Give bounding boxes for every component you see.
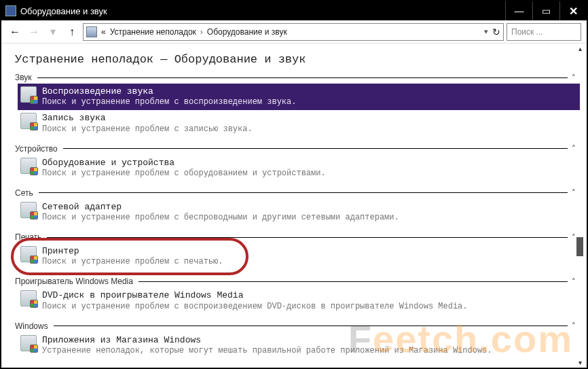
address-bar[interactable]: « Устранение неполадок › Оборудование и … [83,23,504,41]
troubleshooter-item[interactable]: Запись звукаПоиск и устранение проблем с… [18,110,580,137]
breadcrumb-2[interactable]: Оборудование и звук [207,27,287,37]
group-header[interactable]: Проигрыватель Windows Media˄ [15,277,580,286]
nav-bar: ← → ▾ ↑ « Устранение неполадок › Оборудо… [1,20,587,43]
item-description: Поиск и устранение проблем с воспроизвед… [42,97,296,107]
group: Сеть˄Сетевой адаптерПоиск и устранение п… [15,188,580,226]
search-placeholder: Поиск ... [511,27,543,37]
back-button[interactable]: ← [7,24,23,40]
item-title: Приложения из Магазина Windows [42,335,492,346]
group-divider [54,326,568,326]
item-text: ПринтерПоиск и устранение проблем с печа… [42,246,223,267]
group-divider [63,148,568,149]
item-description: Поиск и устранение проблем с воспроизвед… [42,302,468,312]
item-description: Поиск и устранение проблем с оборудовани… [42,169,326,179]
group-header[interactable]: Устройство˄ [15,144,580,154]
location-icon [86,27,97,37]
item-title: Оборудование и устройства [42,158,326,169]
item-description: Поиск и устранение проблем с печатью. [42,257,223,267]
breadcrumb-separator: › [200,27,203,37]
troubleshooter-item[interactable]: Воспроизведение звукаПоиск и устранение … [18,84,580,110]
item-title: Сетевой адаптер [42,202,399,213]
item-text: Сетевой адаптерПоиск и устранение пробле… [42,202,399,223]
group-divider [139,281,568,282]
group-divider [37,77,568,78]
item-icon [20,86,37,103]
group: Устройство˄Оборудование и устройстваПоис… [15,144,580,181]
group-label: Печать [15,232,41,242]
troubleshooter-item[interactable]: Сетевой адаптерПоиск и устранение пробле… [18,199,580,226]
item-text: Приложения из Магазина WindowsУстранение… [42,335,492,356]
group-header[interactable]: Windows˄ [15,321,580,331]
troubleshooter-item[interactable]: DVD-диск в проигрывателе Windows MediaПо… [18,287,580,314]
item-icon [20,246,37,262]
item-text: Оборудование и устройстваПоиск и устране… [42,158,326,179]
scroll-thumb[interactable] [576,237,583,256]
group: Windows˄Приложения из Магазина WindowsУс… [15,321,580,359]
item-title: DVD-диск в проигрывателе Windows Media [42,290,468,301]
refresh-button[interactable]: ↻ [492,27,500,37]
item-description: Поиск и устранение проблем с беспроводны… [42,213,399,223]
close-button[interactable]: ✕ [559,1,587,20]
item-title: Воспроизведение звука [42,86,296,97]
search-input[interactable]: Поиск ... [507,23,581,41]
minimize-button[interactable]: — [505,1,532,20]
page-title: Устранение неполадок — Оборудование и зв… [15,53,580,66]
group-label: Windows [15,321,48,331]
item-title: Запись звука [42,113,253,124]
item-icon [20,290,37,306]
item-icon [20,158,37,174]
group: Печать˄ПринтерПоиск и устранение проблем… [15,232,580,270]
maximize-button[interactable]: ▭ [532,1,559,20]
group-header[interactable]: Сеть˄ [15,188,580,198]
group-header[interactable]: Печать˄ [15,232,580,242]
recent-button[interactable]: ▾ [45,24,61,40]
up-button[interactable]: ↑ [64,24,80,40]
app-icon [5,5,16,16]
window-title: Оборудование и звук [20,6,505,16]
scroll-up-icon[interactable]: ▴ [578,45,582,52]
breadcrumb-1[interactable]: Устранение неполадок [110,27,196,37]
group-label: Устройство [15,144,58,154]
item-icon [20,113,37,129]
group-label: Сеть [15,188,33,198]
item-description: Поиск и устранение проблем с записью зву… [42,124,253,135]
dropdown-icon[interactable]: ▾ [484,27,488,36]
troubleshooter-item[interactable]: ПринтерПоиск и устранение проблем с печа… [18,243,580,270]
group-label: Звук [15,73,32,82]
forward-button[interactable]: → [26,24,42,40]
breadcrumb-prefix: « [101,27,106,37]
group-label: Проигрыватель Windows Media [15,277,133,286]
item-icon [20,335,37,351]
troubleshooter-item[interactable]: Оборудование и устройстваПоиск и устране… [18,155,580,181]
item-text: DVD-диск в проигрывателе Windows MediaПо… [42,290,468,311]
scrollbar[interactable]: ▴ ▾ [574,45,585,366]
group-divider [39,192,568,193]
group-header[interactable]: Звук˄ [15,73,580,82]
group: Проигрыватель Windows Media˄DVD-диск в п… [15,277,580,314]
group: Звук˄Воспроизведение звукаПоиск и устран… [15,73,580,137]
item-text: Запись звукаПоиск и устранение проблем с… [42,113,253,134]
item-text: Воспроизведение звукаПоиск и устранение … [42,86,296,107]
title-bar: Оборудование и звук — ▭ ✕ [1,1,587,20]
scroll-down-icon[interactable]: ▾ [578,359,582,366]
item-description: Устранение неполадок, которые могут меша… [42,346,492,356]
group-divider [47,237,568,238]
content-area: Устранение неполадок — Оборудование и зв… [1,43,587,368]
troubleshooter-item[interactable]: Приложения из Магазина WindowsУстранение… [18,332,580,359]
item-title: Принтер [42,246,223,257]
item-icon [20,202,37,218]
